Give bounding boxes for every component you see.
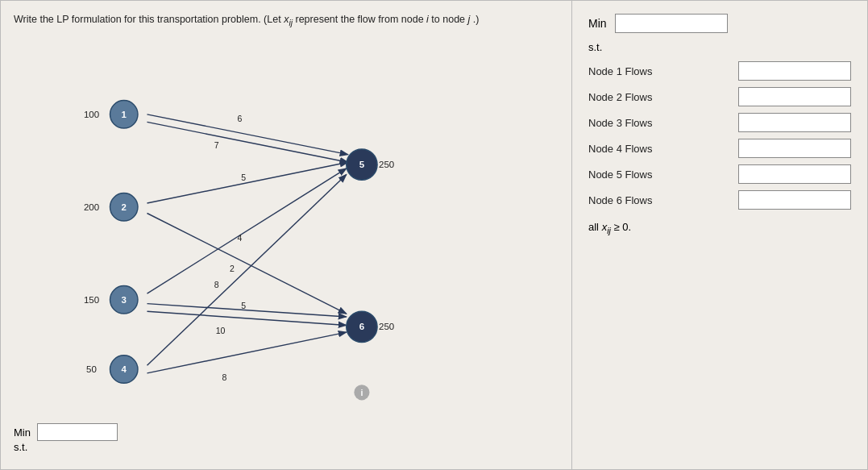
- edge-2-6: [147, 214, 347, 314]
- node-5-flows-input[interactable]: [738, 164, 851, 184]
- node-2-flows-label: Node 2 Flows: [588, 91, 677, 103]
- node-1-flows-label: Node 1 Flows: [588, 65, 677, 77]
- problem-text-3: to node: [431, 14, 467, 25]
- problem-statement: Write the LP formulation for this transp…: [14, 12, 559, 29]
- supply-3-text: 150: [84, 295, 99, 305]
- edge-1-5-top: [147, 114, 348, 155]
- node-4-row: Node 4 Flows: [588, 139, 851, 158]
- right-min-row: Min: [588, 14, 851, 33]
- edge-label-3-5: 4: [238, 233, 243, 243]
- node-3-flows-label: Node 3 Flows: [588, 117, 677, 129]
- edge-label-3-6-b: 10: [216, 326, 226, 335]
- network-diagram: 6 7 5 2 4 5 10 8 8: [14, 37, 559, 408]
- node-2-flows-input[interactable]: [738, 87, 851, 106]
- edge-2-5: [147, 162, 348, 203]
- edge-4-5: [147, 175, 347, 366]
- node-3-flows-input[interactable]: [738, 113, 851, 132]
- edge-label-1-5-bot: 7: [214, 140, 219, 150]
- node-4-label: 4: [122, 364, 127, 374]
- edge-label-1-5-top: 6: [238, 114, 243, 123]
- right-min-label: Min: [588, 17, 607, 30]
- demand-5-text: 250: [379, 160, 394, 169]
- edge-label-3-6-a: 5: [241, 302, 246, 311]
- node-6-row: Node 6 Flows: [588, 190, 851, 210]
- i-var: i: [426, 14, 429, 25]
- edge-3-6-b: [147, 311, 347, 325]
- edge-4-6: [147, 332, 347, 373]
- edge-label-4-5: 8: [214, 280, 219, 289]
- xij-variable: xij: [284, 14, 293, 25]
- all-xij-constraint: all xij ≥ 0.: [588, 221, 851, 235]
- node-3-row: Node 3 Flows: [588, 113, 851, 132]
- node-5-flows-label: Node 5 Flows: [588, 168, 677, 181]
- min-input-left[interactable]: [37, 423, 118, 441]
- demand-6-text: 250: [379, 322, 394, 332]
- left-panel: Write the LP formulation for this transp…: [0, 0, 572, 470]
- edge-label-2-6: 2: [230, 264, 235, 274]
- supply-4-text: 50: [86, 364, 97, 374]
- edge-label-4-6: 8: [222, 372, 226, 382]
- all-xij-text: all xij ≥ 0.: [588, 221, 631, 233]
- problem-text-1: Write the LP formulation for this transp…: [14, 14, 284, 25]
- j-var: j: [468, 14, 471, 25]
- supply-2-text: 200: [84, 202, 99, 212]
- node-4-flows-label: Node 4 Flows: [588, 143, 677, 155]
- st-label-left: s.t.: [14, 441, 118, 453]
- node-5-label: 5: [359, 160, 365, 169]
- edge-3-6-a: [147, 304, 347, 317]
- supply-1-text: 100: [84, 110, 99, 119]
- problem-text-2: represent the flow from node: [295, 14, 426, 25]
- problem-text-4: .): [473, 14, 480, 25]
- edge-3-5: [147, 168, 347, 293]
- node-1-row: Node 1 Flows: [588, 61, 851, 81]
- node-1-label: 1: [122, 110, 127, 119]
- node-5-row: Node 5 Flows: [588, 164, 851, 184]
- node-4-flows-input[interactable]: [738, 139, 851, 158]
- right-panel: Min s.t. Node 1 Flows Node 2 Flows Node …: [572, 0, 868, 470]
- node-6-label: 6: [359, 322, 364, 332]
- info-icon-text: i: [360, 388, 363, 397]
- edge-label-2-5: 5: [241, 173, 246, 183]
- min-row-left: Min: [14, 423, 118, 441]
- node-1-flows-input[interactable]: [738, 61, 851, 81]
- node-2-row: Node 2 Flows: [588, 87, 851, 106]
- node-3-label: 3: [122, 295, 127, 305]
- node-6-flows-label: Node 6 Flows: [588, 194, 677, 206]
- node-6-flows-input[interactable]: [738, 190, 851, 210]
- min-label-left: Min: [14, 426, 31, 439]
- right-st-label: s.t.: [588, 41, 851, 53]
- edge-1-5-bot: [147, 123, 348, 163]
- bottom-left-section: Min s.t.: [14, 423, 118, 453]
- network-svg: 6 7 5 2 4 5 10 8 8: [14, 37, 559, 408]
- right-min-input[interactable]: [615, 14, 728, 33]
- node-2-label: 2: [122, 202, 127, 212]
